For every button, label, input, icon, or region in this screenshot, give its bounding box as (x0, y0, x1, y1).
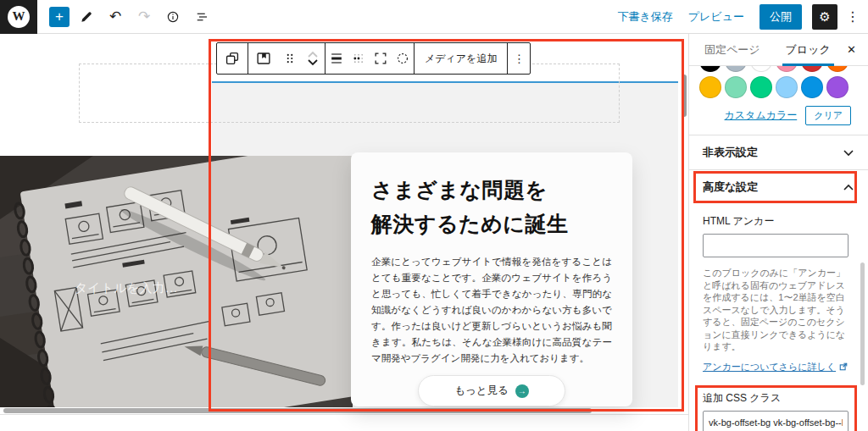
list-view-icon (194, 9, 209, 25)
more-button[interactable]: もっと見る → (418, 375, 565, 406)
advanced-settings-body: HTML アンカー このブロックのみに「アンカー」と呼ばれる固有のウェブアドレス… (689, 204, 868, 431)
color-swatch[interactable] (801, 66, 823, 72)
sidebar-tabs: 固定ページ ブロック ✕ (689, 34, 868, 66)
block-toolbar: メディアを追加 ⋮ (216, 42, 531, 75)
redo-button[interactable]: ↷ (132, 5, 156, 29)
full-height-button[interactable] (370, 43, 392, 74)
save-draft-button[interactable]: 下書き保存 (617, 9, 672, 25)
css-class-input[interactable] (703, 411, 849, 431)
panel-hidden-settings[interactable]: 非表示設定 (689, 135, 868, 169)
chevron-up-icon (843, 184, 854, 191)
external-link-icon (839, 362, 848, 371)
heading-line-2: 解決するために誕生 (371, 207, 612, 240)
wordpress-w-icon: W (8, 6, 30, 28)
color-swatch[interactable] (801, 76, 823, 98)
chevron-down-icon (306, 58, 320, 67)
kebab-icon: ⋮ (846, 9, 860, 24)
more-button-label: もっと見る (454, 384, 509, 398)
panel-advanced-label: 高度な設定 (703, 180, 758, 195)
publish-button[interactable]: 公開 (760, 4, 802, 30)
content-heading[interactable]: さまざまな問題を 解決するために誕生 (371, 173, 612, 240)
panel-advanced-settings[interactable]: 高度な設定 (689, 170, 868, 204)
canvas-horizontal-scrollbar[interactable] (3, 408, 592, 413)
full-height-icon (372, 50, 389, 67)
wordpress-logo[interactable]: W (0, 0, 37, 34)
drag-handle-icon (282, 51, 298, 66)
anchor-docs-link[interactable]: アンカーについてさらに詳しく (703, 361, 848, 373)
color-swatch[interactable] (750, 76, 772, 98)
sidebar-scrollbar[interactable] (860, 262, 865, 385)
block-mover[interactable] (301, 43, 325, 74)
more-options-button[interactable]: ⋮ (846, 8, 860, 25)
pencil-icon (79, 9, 94, 25)
heading-line-1: さまざまな問題を (371, 173, 612, 207)
undo-button[interactable]: ↶ (103, 5, 127, 29)
info-icon (165, 9, 181, 25)
html-anchor-label: HTML アンカー (703, 214, 854, 229)
content-panel: さまざまな問題を 解決するために誕生 企業にとってウェブサイトで情報を発信をする… (351, 152, 632, 406)
cover-title-placeholder[interactable]: タイトルを入力… (75, 280, 178, 296)
list-view-button[interactable] (190, 5, 214, 29)
outer-block-icon (254, 49, 273, 68)
preview-button[interactable]: プレビュー (688, 9, 744, 25)
plus-icon: + (55, 8, 64, 25)
html-anchor-input[interactable] (703, 234, 849, 257)
position-matrix-button[interactable] (348, 43, 370, 74)
css-class-label: 追加 CSS クラス (703, 391, 854, 406)
overlay-opacity-button[interactable] (392, 43, 414, 74)
color-palette (689, 66, 868, 98)
color-swatch[interactable] (725, 66, 747, 72)
add-media-button[interactable]: メディアを追加 (415, 43, 507, 74)
block-options-button[interactable]: ⋮ (508, 43, 530, 74)
content-paragraph[interactable]: 企業にとってウェブサイトで情報を発信をすることはとても重要なことです。企業のウェ… (371, 254, 612, 367)
undo-icon: ↶ (109, 8, 121, 25)
color-swatch[interactable] (826, 66, 849, 72)
color-swatch[interactable] (725, 76, 747, 98)
panel-hidden-label: 非表示設定 (703, 145, 758, 160)
editor-topbar: W + ↶ ↷ 下書き保存 プレビュー 公開 ⚙ ⋮ (0, 0, 868, 34)
color-swatch[interactable] (826, 76, 849, 98)
editor-canvas: タイトルを入力… さまざまな問題を 解決するために誕生 企業にとってウェブサイト… (0, 34, 688, 407)
settings-sidebar: 固定ページ ブロック ✕ (688, 34, 868, 431)
canvas-vertical-scrollbar[interactable] (682, 75, 687, 117)
tab-page[interactable]: 固定ページ (694, 34, 771, 66)
settings-toggle-button[interactable]: ⚙ (812, 4, 837, 30)
color-swatch[interactable] (699, 66, 721, 72)
close-sidebar-button[interactable]: ✕ (847, 43, 856, 56)
anchor-docs-link-label: アンカーについてさらに詳しく (703, 361, 836, 373)
custom-color-link[interactable]: カスタムカラー (725, 108, 798, 123)
chevron-down-icon (843, 149, 854, 157)
wordpress-editor: W + ↶ ↷ 下書き保存 プレビュー 公開 ⚙ ⋮ (0, 0, 868, 431)
color-swatch[interactable] (776, 66, 798, 72)
additional-css-section: 追加 CSS クラス (703, 391, 854, 431)
redo-icon: ↷ (138, 8, 150, 25)
details-button[interactable] (161, 5, 185, 29)
select-parent-block-button[interactable] (248, 43, 279, 74)
anchor-help-text: このブロックのみに「アンカー」と呼ばれる固有のウェブアドレスを作成するには、1〜… (703, 267, 854, 353)
kebab-icon: ⋮ (514, 52, 525, 65)
color-swatch[interactable] (776, 76, 798, 98)
clear-color-button[interactable]: クリア (805, 106, 851, 125)
drag-handle[interactable] (279, 43, 301, 74)
tab-block[interactable]: ブロック (776, 34, 841, 66)
position-matrix-icon (350, 50, 367, 67)
canvas-horizontal-scroll-track (0, 407, 688, 414)
vertical-align-button[interactable] (326, 43, 348, 74)
color-swatch[interactable] (750, 66, 772, 72)
chevron-up-icon (306, 50, 320, 58)
vertical-align-icon (328, 50, 345, 67)
block-switcher-button[interactable] (217, 43, 248, 74)
arrow-right-icon: → (515, 384, 529, 398)
editor-canvas-column: タイトルを入力… さまざまな問題を 解決するために誕生 企業にとってウェブサイト… (0, 34, 688, 431)
breadcrumb: 文書 → グループ → カバー (0, 414, 688, 431)
dashed-circle-icon (394, 50, 411, 67)
group-block-icon (223, 49, 242, 68)
edit-tool-button[interactable] (75, 5, 98, 29)
color-swatch[interactable] (699, 76, 721, 98)
editor-main: タイトルを入力… さまざまな問題を 解決するために誕生 企業にとってウェブサイト… (0, 34, 868, 431)
gear-icon: ⚙ (819, 9, 830, 24)
block-inserter-button[interactable]: + (49, 7, 70, 27)
